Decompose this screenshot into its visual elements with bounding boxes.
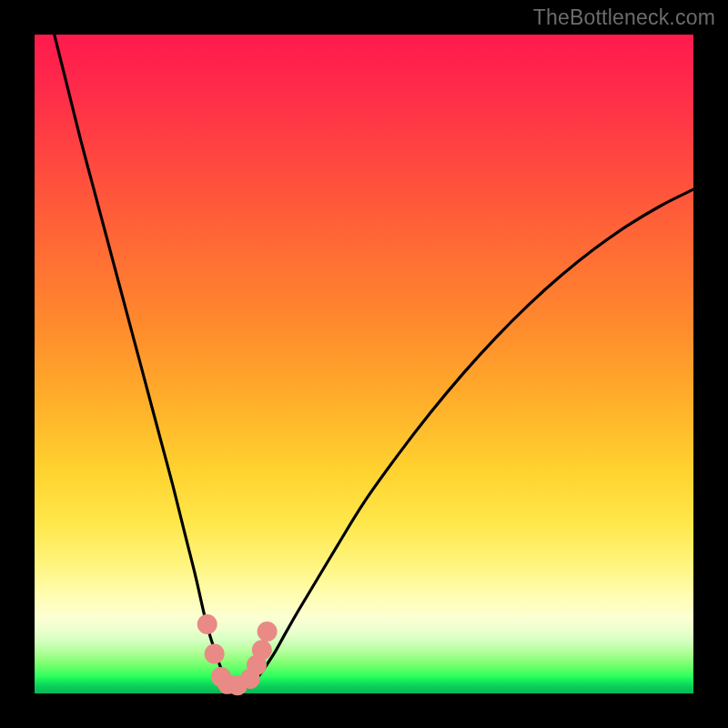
chart-frame: TheBottleneck.com [0,0,728,728]
highlight-marker [258,622,278,642]
highlight-marker [197,614,217,634]
highlight-marker [252,640,272,660]
plot-area [35,35,693,693]
bottleneck-curve [55,35,693,691]
highlight-marker [205,644,225,664]
curve-layer [35,35,693,693]
watermark-label: TheBottleneck.com [533,5,715,30]
